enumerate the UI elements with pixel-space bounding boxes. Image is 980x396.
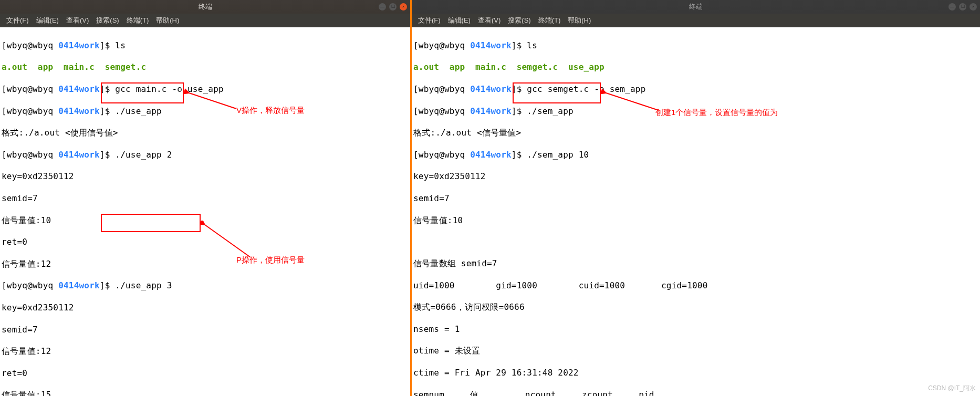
minimize-icon[interactable]: — xyxy=(948,3,956,11)
window-title: 终端 xyxy=(199,3,212,12)
cmd-useapp: ./use_app xyxy=(115,106,162,116)
file-app: app xyxy=(38,62,54,72)
terminal-body-right[interactable]: [wbyq@wbyq 0414work]$ ls a.out app main.… xyxy=(412,27,980,396)
menu-file[interactable]: 文件(F) xyxy=(3,15,32,26)
menu-term[interactable]: 终端(T) xyxy=(123,15,152,26)
cmd-ls: ls xyxy=(115,40,126,50)
out-semarray: 信号量数组 semid=7 xyxy=(413,258,978,269)
prompt-user: wbyq@wbyq xyxy=(7,40,54,50)
menu-term[interactable]: 终端(T) xyxy=(535,15,564,26)
cmd-ls: ls xyxy=(527,40,537,50)
window-title: 终端 xyxy=(689,3,703,12)
menubar-right: 文件(F) 编辑(E) 查看(V) 搜索(S) 终端(T) 帮助(H) xyxy=(412,14,980,27)
out-semval2: 信号量值:12 xyxy=(2,259,409,270)
menu-file[interactable]: 文件(F) xyxy=(415,15,444,26)
close-icon[interactable]: × xyxy=(400,3,407,11)
prompt-bracket: [ xyxy=(2,40,7,50)
cmd-useapp2: ./use_app 2 xyxy=(115,150,172,160)
close-icon[interactable]: × xyxy=(969,3,977,11)
menu-search[interactable]: 搜索(S) xyxy=(93,15,122,26)
output-usage: 格式:./a.out <信号量值> xyxy=(413,128,978,139)
cmd-gcc: gcc semget.c -o sem_app xyxy=(527,84,645,94)
file-semgetc: semget.c xyxy=(105,62,147,72)
out-semval: 信号量值:10 xyxy=(2,215,409,226)
menu-search[interactable]: 搜索(S) xyxy=(505,15,534,26)
prompt-dir: 0414work xyxy=(58,40,100,50)
out-key: key=0xd2350112 xyxy=(2,171,409,182)
out-ret: ret=0 xyxy=(2,237,409,248)
terminal-window-right: 终端 — ☐ × 文件(F) 编辑(E) 查看(V) 搜索(S) 终端(T) 帮… xyxy=(412,0,980,396)
maximize-icon[interactable]: ☐ xyxy=(959,3,966,11)
menu-view[interactable]: 查看(V) xyxy=(63,15,92,26)
terminal-window-left: 终端 — ☐ × 文件(F) 编辑(E) 查看(V) 搜索(S) 终端(T) 帮… xyxy=(0,0,410,396)
out-semid: semid=7 xyxy=(2,193,409,204)
menu-help[interactable]: 帮助(H) xyxy=(153,15,182,26)
cmd-semapp: ./sem_app xyxy=(527,106,574,116)
menu-help[interactable]: 帮助(H) xyxy=(565,15,594,26)
out-table-header: semnum 值 ncount zcount pid xyxy=(413,390,978,397)
cmd-useapp3: ./use_app 3 xyxy=(115,280,172,290)
file-mainc: main.c xyxy=(64,62,95,72)
cmd-gcc: gcc main.c -o use_app xyxy=(115,84,224,94)
minimize-icon[interactable]: — xyxy=(379,3,386,11)
titlebar-left: 终端 — ☐ × xyxy=(0,0,410,14)
menubar-left: 文件(F) 编辑(E) 查看(V) 搜索(S) 终端(T) 帮助(H) xyxy=(0,14,410,27)
menu-edit[interactable]: 编辑(E) xyxy=(445,15,474,26)
maximize-icon[interactable]: ☐ xyxy=(389,3,397,11)
menu-view[interactable]: 查看(V) xyxy=(475,15,504,26)
file-aout: a.out xyxy=(2,62,27,72)
cmd-semapp10: ./sem_app 10 xyxy=(527,150,589,160)
terminal-body-left[interactable]: [wbyq@wbyq 0414work]$ ls a.out app main.… xyxy=(0,27,410,396)
menu-edit[interactable]: 编辑(E) xyxy=(33,15,62,26)
titlebar-right: 终端 — ☐ × xyxy=(412,0,980,14)
output-usage: 格式:./a.out <使用信号值> xyxy=(2,128,409,139)
